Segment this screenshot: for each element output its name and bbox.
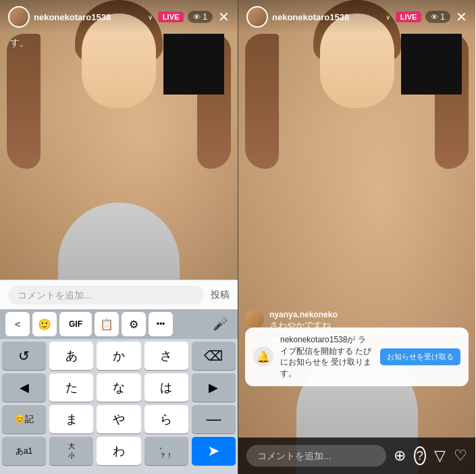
kb-key-wa[interactable]: わ [97,437,140,465]
kb-key-sa[interactable]: さ [144,342,188,370]
live-badge-right: LIVE [396,11,421,22]
comment-bar: 投稿 [0,280,238,309]
keyboard-toolbar: ＜ 🙂 GIF 📋 ⚙ ••• 🎤 [0,309,238,339]
kb-key-na[interactable]: な [97,373,140,402]
keyboard-rows: ↺ あ か さ ⌫ ◀ た な は ▶ 😊記 ま や ら — [0,339,238,474]
plus-icon[interactable]: ⊕ [393,444,407,467]
close-button[interactable]: ✕ [218,9,230,25]
more-button[interactable]: ••• [149,312,173,336]
header-right: nekonekotaro1538 ∨ LIVE 1 ✕ [238,0,475,34]
chevron-down-icon[interactable]: ∨ [148,14,153,21]
kb-key-ha[interactable]: は [144,373,188,402]
hair-side-left [7,34,41,169]
kb-key-size[interactable]: 大小 [49,437,93,465]
kb-key-emoji-rec[interactable]: 😊記 [2,405,46,433]
notification-button[interactable]: お知らせを受け取る [380,348,460,365]
kb-key-punct[interactable]: 。？！ [144,437,188,465]
question-icon[interactable]: ? [414,446,426,465]
avatar [8,6,30,28]
header: nekonekotaro1538 ∨ LIVE 1 ✕ [0,0,238,34]
kb-row-3: 😊記 ま や ら — [2,405,236,433]
chat-avatar-r1 [245,310,264,329]
kb-key-right[interactable]: ▶ [192,373,236,402]
keyboard-area: 投稿 ＜ 🙂 GIF 📋 ⚙ ••• 🎤 ↺ あ か さ ⌫ ◀ た [0,280,238,474]
su-text: す。 [10,37,29,49]
chevron-down-icon-right[interactable]: ∨ [386,14,390,21]
username-label: nekonekotaro1538 [34,12,147,22]
black-rect-overlay [163,34,224,95]
bottom-bar-right: ⊕ ? ▽ ♡ [238,438,475,474]
heart-icon[interactable]: ♡ [454,444,468,467]
kb-key-dash[interactable]: — [192,405,236,433]
kb-key-ala[interactable]: あa1 [2,437,46,465]
kb-key-undo[interactable]: ↺ [2,342,46,370]
clipboard-button[interactable]: 📋 [95,312,119,336]
kb-key-ka[interactable]: か [97,342,140,370]
filter-icon[interactable]: ▽ [433,444,447,467]
notification-banner: 🔔 nekonekotaro1538が ライブ配信を開始する たびにお知らせを … [245,327,469,386]
lock-icon: 🔔 [253,346,273,367]
emoji-button[interactable]: 🙂 [32,312,57,336]
panel-right: nekonekotaro1538 ∨ LIVE 1 ✕ nyanya.nekon… [238,0,475,474]
black-rect-right [401,34,462,95]
viewer-count-right: 1 [425,11,450,23]
post-button[interactable]: 投稿 [211,289,230,301]
comment-input[interactable] [8,286,204,305]
panel-left: nekonekotaro1538 ∨ LIVE 1 ✕ す。 ➤ 他の人も視聴で… [0,0,238,474]
username-label-right: nekonekotaro1538 [272,12,384,22]
chat-username-r1: nyanya.nekoneko [269,310,338,319]
kb-key-left[interactable]: ◀ [2,373,46,402]
settings-button[interactable]: ⚙ [122,312,146,336]
kb-row-2: ◀ た な は ▶ [2,373,236,402]
avatar-right [246,6,268,28]
kb-key-a[interactable]: あ [49,342,93,370]
kb-key-ma[interactable]: ま [49,405,93,433]
kb-row-1: ↺ あ か さ ⌫ [2,342,236,370]
close-button-right[interactable]: ✕ [456,9,467,25]
gif-button[interactable]: GIF [59,312,92,336]
keyboard-back-button[interactable]: ＜ [5,312,30,336]
kb-key-ya[interactable]: や [97,405,140,433]
kb-key-ta[interactable]: た [49,373,93,402]
kb-key-delete[interactable]: ⌫ [192,342,236,370]
kb-row-4: あa1 大小 わ 。？！ ➤ [2,437,236,465]
kb-key-send[interactable]: ➤ [192,437,236,465]
live-badge: LIVE [158,11,184,22]
notification-text: nekonekotaro1538が ライブ配信を開始する たびにお知らせを 受け… [280,334,373,379]
mic-button[interactable]: 🎤 [208,312,232,336]
comment-input-right[interactable] [246,445,386,467]
hair-side-left-r [245,34,279,169]
kb-key-ra[interactable]: ら [144,405,188,433]
viewer-count: 1 [188,11,213,23]
